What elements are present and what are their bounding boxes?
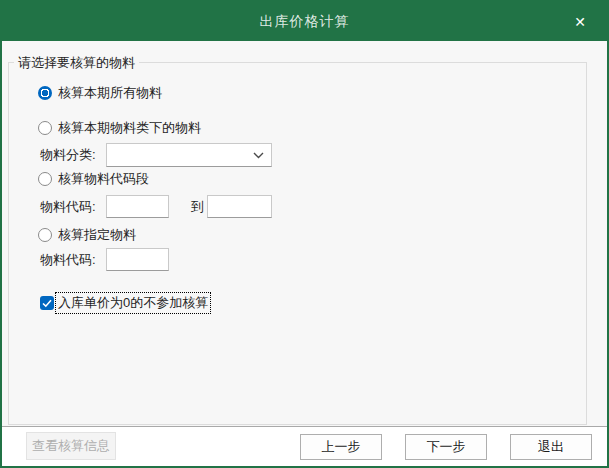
material-category-label: 物料分类: (40, 146, 106, 164)
to-label: 到 (191, 198, 204, 216)
code-range-label: 物料代码: (40, 198, 106, 216)
radio-calc-code-range[interactable] (38, 172, 52, 186)
radio-row-calc-range: 核算物料代码段 (38, 171, 149, 187)
prev-step-button[interactable]: 上一步 (300, 434, 382, 460)
specified-code-label: 物料代码: (40, 251, 106, 269)
close-icon: ✕ (574, 15, 586, 29)
group-label: 请选择要核算的物料 (14, 54, 139, 72)
material-selection-group: 请选择要核算的物料 核算本期所有物料 核算本期物料类下的物料 物料分类: 核算物… (8, 62, 587, 425)
category-field-row: 物料分类: (40, 143, 272, 167)
radio-row-calc-category: 核算本期物料类下的物料 (38, 120, 201, 136)
dialog-window: 出库价格计算 ✕ 请选择要核算的物料 核算本期所有物料 核算本期物料类下的物料 … (0, 0, 609, 468)
footer: 查看核算信息 上一步 下一步 退出 (2, 426, 607, 466)
zero-price-row: 入库单价为0的不参加核算 (40, 294, 210, 312)
radio-calc-category[interactable] (38, 121, 52, 135)
specified-code-field-row: 物料代码: (40, 248, 169, 271)
code-range-field-row: 物料代码: 到 (40, 195, 272, 218)
radio-calc-category-label[interactable]: 核算本期物料类下的物料 (58, 119, 201, 137)
radio-calc-all-label[interactable]: 核算本期所有物料 (58, 84, 162, 102)
radio-calc-specified-label[interactable]: 核算指定物料 (58, 226, 136, 244)
specified-code-input[interactable] (106, 248, 169, 271)
radio-calc-code-range-label[interactable]: 核算物料代码段 (58, 170, 149, 188)
code-range-from-input[interactable] (106, 195, 169, 218)
exit-button[interactable]: 退出 (510, 434, 592, 460)
material-category-select[interactable] (106, 143, 272, 167)
code-range-to-input[interactable] (207, 195, 272, 218)
chevron-down-icon (253, 152, 264, 159)
view-info-button[interactable]: 查看核算信息 (26, 432, 116, 460)
dialog-title: 出库价格计算 (2, 2, 607, 41)
close-button[interactable]: ✕ (563, 2, 597, 41)
radio-calc-all[interactable] (38, 86, 52, 100)
check-icon (42, 299, 52, 308)
radio-row-calc-specified: 核算指定物料 (38, 227, 136, 243)
radio-row-calc-all: 核算本期所有物料 (38, 85, 162, 101)
zero-price-checkbox[interactable] (40, 296, 54, 310)
zero-price-checkbox-label[interactable]: 入库单价为0的不参加核算 (56, 293, 210, 313)
next-step-button[interactable]: 下一步 (405, 434, 487, 460)
titlebar[interactable]: 出库价格计算 ✕ (2, 2, 607, 41)
radio-calc-specified[interactable] (38, 228, 52, 242)
